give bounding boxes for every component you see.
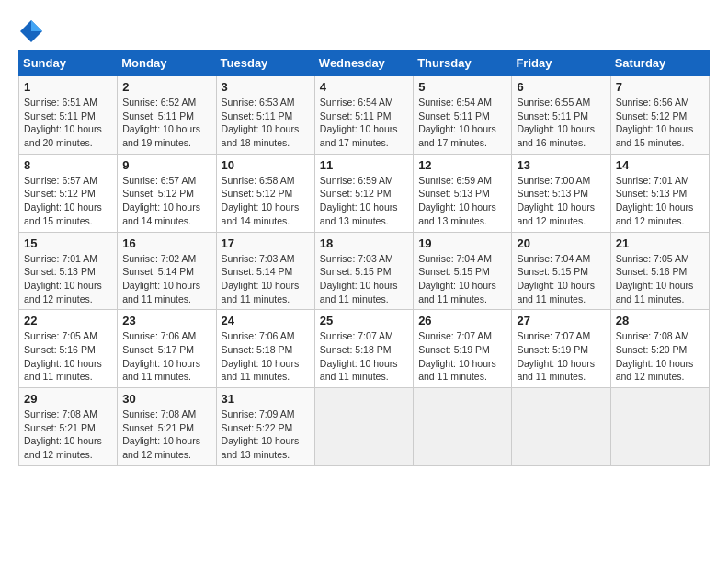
day-info: Sunrise: 7:04 AM Sunset: 5:15 PM Dayligh… xyxy=(418,252,506,306)
day-number: 27 xyxy=(517,314,605,327)
day-number: 1 xyxy=(24,80,112,94)
day-info: Sunrise: 6:51 AM Sunset: 5:11 PM Dayligh… xyxy=(24,96,112,150)
day-number: 19 xyxy=(418,236,506,250)
calendar-table: SundayMondayTuesdayWednesdayThursdayFrid… xyxy=(18,50,710,466)
calendar-cell xyxy=(414,388,512,466)
day-info: Sunrise: 7:01 AM Sunset: 5:13 PM Dayligh… xyxy=(616,174,704,228)
day-info: Sunrise: 7:07 AM Sunset: 5:19 PM Dayligh… xyxy=(418,329,506,384)
day-info: Sunrise: 7:03 AM Sunset: 5:14 PM Dayligh… xyxy=(222,252,310,306)
calendar-cell: 27Sunrise: 7:07 AM Sunset: 5:19 PM Dayli… xyxy=(512,310,610,388)
calendar-week-2: 8Sunrise: 6:57 AM Sunset: 5:12 PM Daylig… xyxy=(19,154,710,232)
calendar-cell: 24Sunrise: 7:06 AM Sunset: 5:18 PM Dayli… xyxy=(216,310,314,388)
calendar-cell: 1Sunrise: 6:51 AM Sunset: 5:11 PM Daylig… xyxy=(19,76,118,155)
calendar-cell: 29Sunrise: 7:08 AM Sunset: 5:21 PM Dayli… xyxy=(19,388,118,466)
day-number: 8 xyxy=(24,158,112,172)
calendar-cell: 15Sunrise: 7:01 AM Sunset: 5:13 PM Dayli… xyxy=(19,232,118,310)
calendar-cell: 14Sunrise: 7:01 AM Sunset: 5:13 PM Dayli… xyxy=(610,154,709,232)
day-number: 22 xyxy=(24,314,112,327)
calendar-cell xyxy=(314,388,413,466)
calendar-cell: 19Sunrise: 7:04 AM Sunset: 5:15 PM Dayli… xyxy=(414,232,512,310)
calendar-body: 1Sunrise: 6:51 AM Sunset: 5:11 PM Daylig… xyxy=(19,76,710,466)
calendar-cell: 6Sunrise: 6:55 AM Sunset: 5:11 PM Daylig… xyxy=(512,76,610,155)
calendar-cell: 11Sunrise: 6:59 AM Sunset: 5:12 PM Dayli… xyxy=(314,154,413,232)
calendar-cell: 17Sunrise: 7:03 AM Sunset: 5:14 PM Dayli… xyxy=(216,232,314,310)
day-info: Sunrise: 6:52 AM Sunset: 5:11 PM Dayligh… xyxy=(122,96,210,150)
calendar-cell: 26Sunrise: 7:07 AM Sunset: 5:19 PM Dayli… xyxy=(414,310,512,388)
day-info: Sunrise: 7:09 AM Sunset: 5:22 PM Dayligh… xyxy=(222,408,310,462)
day-info: Sunrise: 7:02 AM Sunset: 5:14 PM Dayligh… xyxy=(122,252,210,306)
calendar-header-monday: Monday xyxy=(118,51,216,76)
calendar-header-saturday: Saturday xyxy=(610,51,709,76)
calendar-week-4: 22Sunrise: 7:05 AM Sunset: 5:16 PM Dayli… xyxy=(19,310,710,388)
calendar-cell: 22Sunrise: 7:05 AM Sunset: 5:16 PM Dayli… xyxy=(19,310,118,388)
calendar-cell: 4Sunrise: 6:54 AM Sunset: 5:11 PM Daylig… xyxy=(314,76,413,155)
day-number: 29 xyxy=(24,392,112,406)
day-info: Sunrise: 6:59 AM Sunset: 5:12 PM Dayligh… xyxy=(320,174,408,228)
day-number: 26 xyxy=(418,314,506,327)
day-info: Sunrise: 7:07 AM Sunset: 5:19 PM Dayligh… xyxy=(517,329,605,384)
day-info: Sunrise: 7:01 AM Sunset: 5:13 PM Dayligh… xyxy=(24,252,112,306)
day-number: 6 xyxy=(517,80,605,94)
day-number: 23 xyxy=(122,314,210,327)
calendar-header-tuesday: Tuesday xyxy=(216,51,314,76)
calendar-header-friday: Friday xyxy=(512,51,610,76)
calendar-cell: 18Sunrise: 7:03 AM Sunset: 5:15 PM Dayli… xyxy=(314,232,413,310)
calendar-week-3: 15Sunrise: 7:01 AM Sunset: 5:13 PM Dayli… xyxy=(19,232,710,310)
calendar-cell: 9Sunrise: 6:57 AM Sunset: 5:12 PM Daylig… xyxy=(118,154,216,232)
day-number: 20 xyxy=(517,236,605,250)
day-number: 11 xyxy=(320,158,408,172)
calendar-cell: 3Sunrise: 6:53 AM Sunset: 5:11 PM Daylig… xyxy=(216,76,314,155)
day-number: 17 xyxy=(222,236,310,250)
day-info: Sunrise: 7:05 AM Sunset: 5:16 PM Dayligh… xyxy=(616,252,704,306)
calendar-cell: 5Sunrise: 6:54 AM Sunset: 5:11 PM Daylig… xyxy=(414,76,512,155)
day-info: Sunrise: 6:59 AM Sunset: 5:13 PM Dayligh… xyxy=(418,174,506,228)
calendar-cell: 10Sunrise: 6:58 AM Sunset: 5:12 PM Dayli… xyxy=(216,154,314,232)
day-info: Sunrise: 6:57 AM Sunset: 5:12 PM Dayligh… xyxy=(24,174,112,228)
calendar-cell: 20Sunrise: 7:04 AM Sunset: 5:15 PM Dayli… xyxy=(512,232,610,310)
logo-icon xyxy=(18,18,44,44)
day-number: 15 xyxy=(24,236,112,250)
day-number: 7 xyxy=(616,80,704,94)
day-number: 21 xyxy=(616,236,704,250)
day-info: Sunrise: 6:54 AM Sunset: 5:11 PM Dayligh… xyxy=(418,96,506,150)
day-info: Sunrise: 7:08 AM Sunset: 5:20 PM Dayligh… xyxy=(616,329,704,384)
calendar-header-row: SundayMondayTuesdayWednesdayThursdayFrid… xyxy=(19,51,710,76)
calendar-header-thursday: Thursday xyxy=(414,51,512,76)
day-number: 31 xyxy=(222,392,310,406)
day-info: Sunrise: 7:06 AM Sunset: 5:18 PM Dayligh… xyxy=(222,329,310,384)
day-number: 3 xyxy=(222,80,310,94)
calendar-week-5: 29Sunrise: 7:08 AM Sunset: 5:21 PM Dayli… xyxy=(19,388,710,466)
day-number: 16 xyxy=(122,236,210,250)
calendar-cell: 21Sunrise: 7:05 AM Sunset: 5:16 PM Dayli… xyxy=(610,232,709,310)
calendar-cell: 7Sunrise: 6:56 AM Sunset: 5:12 PM Daylig… xyxy=(610,76,709,155)
calendar-week-1: 1Sunrise: 6:51 AM Sunset: 5:11 PM Daylig… xyxy=(19,76,710,155)
calendar-header-sunday: Sunday xyxy=(19,51,118,76)
day-info: Sunrise: 7:05 AM Sunset: 5:16 PM Dayligh… xyxy=(24,329,112,384)
day-info: Sunrise: 7:08 AM Sunset: 5:21 PM Dayligh… xyxy=(24,408,112,462)
day-number: 28 xyxy=(616,314,704,327)
calendar-cell: 25Sunrise: 7:07 AM Sunset: 5:18 PM Dayli… xyxy=(314,310,413,388)
calendar-cell: 23Sunrise: 7:06 AM Sunset: 5:17 PM Dayli… xyxy=(118,310,216,388)
calendar-cell xyxy=(610,388,709,466)
day-info: Sunrise: 7:00 AM Sunset: 5:13 PM Dayligh… xyxy=(517,174,605,228)
day-info: Sunrise: 7:08 AM Sunset: 5:21 PM Dayligh… xyxy=(122,408,210,462)
day-number: 5 xyxy=(418,80,506,94)
calendar-cell: 30Sunrise: 7:08 AM Sunset: 5:21 PM Dayli… xyxy=(118,388,216,466)
day-number: 30 xyxy=(122,392,210,406)
calendar-header-wednesday: Wednesday xyxy=(314,51,413,76)
day-number: 14 xyxy=(616,158,704,172)
calendar-cell: 8Sunrise: 6:57 AM Sunset: 5:12 PM Daylig… xyxy=(19,154,118,232)
day-number: 9 xyxy=(122,158,210,172)
calendar-cell: 12Sunrise: 6:59 AM Sunset: 5:13 PM Dayli… xyxy=(414,154,512,232)
calendar-cell: 28Sunrise: 7:08 AM Sunset: 5:20 PM Dayli… xyxy=(610,310,709,388)
calendar-cell: 31Sunrise: 7:09 AM Sunset: 5:22 PM Dayli… xyxy=(216,388,314,466)
day-info: Sunrise: 7:07 AM Sunset: 5:18 PM Dayligh… xyxy=(320,329,408,384)
day-info: Sunrise: 6:54 AM Sunset: 5:11 PM Dayligh… xyxy=(320,96,408,150)
day-number: 10 xyxy=(222,158,310,172)
svg-marker-1 xyxy=(31,20,42,31)
day-info: Sunrise: 6:58 AM Sunset: 5:12 PM Dayligh… xyxy=(222,174,310,228)
day-info: Sunrise: 6:57 AM Sunset: 5:12 PM Dayligh… xyxy=(122,174,210,228)
day-number: 24 xyxy=(222,314,310,327)
day-info: Sunrise: 7:06 AM Sunset: 5:17 PM Dayligh… xyxy=(122,329,210,384)
day-number: 18 xyxy=(320,236,408,250)
